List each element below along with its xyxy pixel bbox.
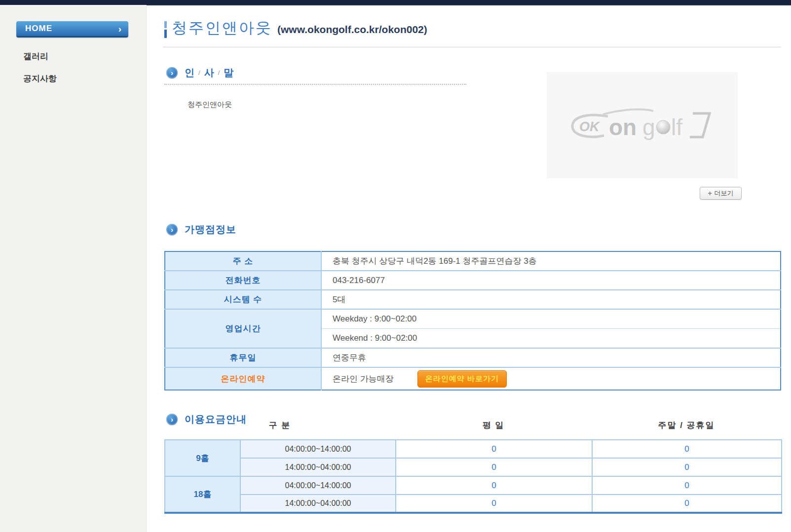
online-reservation-button[interactable]: 온라인예약 바로가기 [417,370,507,388]
closed-value: 연중무휴 [321,348,781,367]
reservation-value: 온라인 가능매장 [333,373,394,385]
hours-label: 영업시간 [165,309,321,348]
greeting-text: 청주인앤아웃 [188,100,232,109]
plus-icon: + [708,189,712,197]
svg-text:on: on [609,114,637,140]
fee-group-18holes: 18홀 [165,476,240,513]
column-header-weekday: 평 일 [395,420,592,431]
systems-value: 5대 [321,290,781,309]
hours-weekday: Weekday : 9:00~02:00 [322,310,780,328]
svg-text:g: g [642,114,655,140]
greeting-heading-char: 사 [204,67,215,78]
greeting-heading-char: 인 [185,67,195,78]
closed-label: 휴무일 [165,348,321,367]
table-row-systems: 시스템 수 5대 [165,290,781,309]
greeting-section-header: › 인/사/말 [166,66,234,79]
slash-separator: / [218,69,221,76]
okongolf-logo: OK on g lf [568,101,716,150]
table-row: 14:00:00~04:00:00 0 0 [165,458,782,476]
title-divider [163,47,781,47]
address-label: 주 소 [165,251,321,271]
home-label: HOME [25,24,52,34]
title-marker [164,21,167,38]
column-header-group: 구 분 [164,420,395,431]
table-row-phone: 전화번호 043-216-6077 [165,271,781,290]
phone-value: 043-216-6077 [321,271,781,290]
arrow-circle-icon: › [166,224,178,235]
column-header-weekend: 주말 / 공휴일 [592,420,781,431]
table-row-closed: 휴무일 연중무휴 [165,348,781,367]
arrow-circle-icon: › [166,67,178,78]
fee-weekend-value: 0 [592,495,782,513]
table-row: 9홀 04:00:00~14:00:00 0 0 [165,440,782,458]
franchise-section-header: › 가맹점정보 [166,223,236,236]
table-row-hours: 영업시간 Weekday : 9:00~02:00 Weekend : 9:00… [165,309,781,348]
fee-table: 9홀 04:00:00~14:00:00 0 0 14:00:00~04:00:… [164,439,782,514]
more-button-label: 더보기 [715,189,734,198]
page: HOME › 갤러리 공지사항 청주인앤아웃 (www.okongolf.co.… [0,0,791,532]
page-title: 청주인앤아웃 [172,18,272,38]
dotted-divider [164,84,466,85]
fee-weekday-value: 0 [396,476,592,495]
phone-label: 전화번호 [165,271,321,290]
systems-label: 시스템 수 [165,290,321,309]
fee-time: 14:00:00~04:00:00 [240,495,396,513]
sidebar-item-gallery[interactable]: 갤러리 [23,51,48,62]
fee-time: 04:00:00~14:00:00 [240,476,396,495]
table-row-address: 주 소 충북 청주시 상당구 내덕2동 169-1 청주골프연습장 3층 [165,251,781,271]
fee-weekday-value: 0 [396,495,592,513]
franchise-heading: 가맹점정보 [185,223,236,236]
svg-text:lf: lf [671,114,682,140]
sidebar-item-home[interactable]: HOME › [16,21,128,37]
table-row-reservation: 온라인예약 온라인 가능매장 온라인예약 바로가기 [165,367,781,390]
fee-weekday-value: 0 [396,458,592,476]
fee-time: 04:00:00~14:00:00 [240,440,396,458]
fee-time: 14:00:00~04:00:00 [240,458,396,476]
greeting-heading-char: 말 [224,67,234,78]
franchise-info-table: 주 소 충북 청주시 상당구 내덕2동 169-1 청주골프연습장 3층 전화번… [164,251,781,390]
fee-group-9holes: 9홀 [165,440,240,476]
fee-weekend-value: 0 [592,458,782,476]
okongolf-logo-image: OK on g lf [547,72,738,178]
fee-weekend-value: 0 [592,440,782,458]
fee-weekday-value: 0 [396,440,592,458]
chevron-right-icon: › [118,24,122,34]
table-row: 18홀 04:00:00~14:00:00 0 0 [165,476,782,495]
fee-weekend-value: 0 [592,476,782,495]
site-url: (www.okongolf.co.kr/okon002) [277,24,427,35]
table-row: 14:00:00~04:00:00 0 0 [165,495,782,513]
slash-separator: / [198,69,201,76]
reservation-label: 온라인예약 [165,367,321,390]
hours-weekend: Weekend : 9:00~02:00 [322,328,780,348]
svg-text:OK: OK [579,119,601,134]
more-button[interactable]: + 더보기 [700,187,742,200]
sidebar-item-notice[interactable]: 공지사항 [23,73,57,84]
address-value: 충북 청주시 상당구 내덕2동 169-1 청주골프연습장 3층 [321,251,781,271]
greeting-heading: 인/사/말 [185,66,234,79]
sidebar: HOME › 갤러리 공지사항 [0,5,147,532]
fee-table-column-headers: 구 분 평 일 주말 / 공휴일 [164,420,781,431]
